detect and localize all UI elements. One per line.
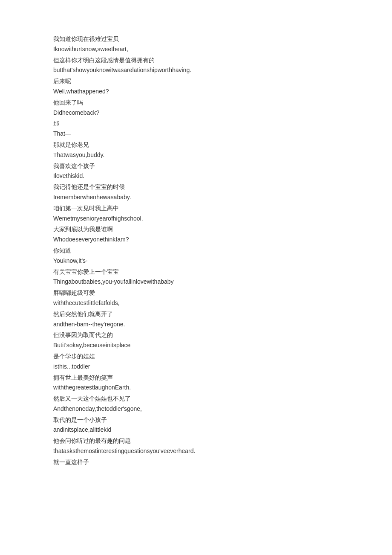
- line-pair: 但这样你才明白这段感情是值得拥有的butthat'showyouknowitwa…: [53, 55, 339, 76]
- english-line: Thingaboutbabies,you-youfallinlovewithab…: [53, 277, 339, 287]
- line-pair: 那就是你老兄Thatwasyou,buddy.: [53, 140, 339, 160]
- line-pair: 但没事因为取而代之的Butit'sokay,becauseinitsplace: [53, 330, 339, 351]
- line-pair: 后来呢Well,whathappened?: [53, 76, 339, 97]
- english-line: Wemetmysenioryearofhighschool.: [53, 214, 339, 224]
- line-pair: 胖嘟嘟超级可爱withthecutestlittlefatfolds,: [53, 288, 339, 308]
- line-pair: 我知道你现在很难过宝贝Iknowithurtsnow,sweetheart,: [53, 34, 339, 55]
- english-line: Well,whathappened?: [53, 87, 339, 97]
- chinese-line: 后来呢: [53, 76, 339, 87]
- chinese-line: 大家到底以为我是谁啊: [53, 224, 339, 235]
- line-pair: 拥有世上最美好的笑声withthegreatestlaughonEarth.: [53, 373, 339, 393]
- line-pair: 然后又一天这个娃娃也不见了Andthenoneday,thetoddler'sg…: [53, 394, 339, 414]
- line-pair: 然后突然他们就离开了andthen-bam--they'regone.: [53, 309, 339, 330]
- line-pair: 他会问你听过的最有趣的问题thatasksthemostinterestingq…: [53, 436, 339, 456]
- english-line: butthat'showyouknowitwasarelationshipwor…: [53, 65, 339, 76]
- english-line: Andthenoneday,thetoddler'sgone,: [53, 404, 339, 414]
- content-container: 我知道你现在很难过宝贝Iknowithurtsnow,sweetheart,但这…: [53, 34, 339, 468]
- english-line: thatasksthemostinterestingquestionsyou'v…: [53, 446, 339, 456]
- english-line: Youknow,it's-: [53, 256, 339, 266]
- english-line: andinitsplace,alittlekid: [53, 425, 339, 435]
- chinese-line: 那: [53, 119, 339, 129]
- line-pair: 有关宝宝你爱上一个宝宝Thingaboutbabies,you-youfalli…: [53, 267, 339, 288]
- chinese-line: 但没事因为取而代之的: [53, 330, 339, 340]
- chinese-line: 咱们第一次见时我上高中: [53, 203, 339, 214]
- english-line: Butit'sokay,becauseinitsplace: [53, 340, 339, 351]
- chinese-line: 我喜欢这个孩子: [53, 161, 339, 171]
- chinese-line: 但这样你才明白这段感情是值得拥有的: [53, 55, 339, 66]
- english-line: WhodoeseveryonethinkIam?: [53, 235, 339, 245]
- chinese-line: 然后又一天这个娃娃也不见了: [53, 394, 339, 404]
- chinese-line: 胖嘟嘟超级可爱: [53, 288, 339, 298]
- line-pair: 我喜欢这个孩子Ilovethiskid.: [53, 161, 339, 182]
- english-line: Didhecomeback?: [53, 108, 339, 118]
- line-pair: 取代的是一个小孩子andinitsplace,alittlekid: [53, 415, 339, 436]
- chinese-line: 取代的是一个小孩子: [53, 415, 339, 425]
- chinese-line: 你知道: [53, 246, 339, 256]
- line-pair: 你知道Youknow,it's-: [53, 246, 339, 266]
- chinese-line: 他会问你听过的最有趣的问题: [53, 436, 339, 446]
- line-pair: 咱们第一次见时我上高中Wemetmysenioryearofhighschool…: [53, 203, 339, 224]
- chinese-line: 然后突然他们就离开了: [53, 309, 339, 320]
- english-line: Ilovethiskid.: [53, 171, 339, 181]
- english-line: andthen-bam--they'regone.: [53, 320, 339, 330]
- english-line: Iknowithurtsnow,sweetheart,: [53, 44, 339, 55]
- line-pair: 那That—: [53, 119, 339, 139]
- english-line: Thatwasyou,buddy.: [53, 150, 339, 160]
- chinese-line: 那就是你老兄: [53, 140, 339, 150]
- chinese-line: 拥有世上最美好的笑声: [53, 373, 339, 383]
- chinese-line: 是个学步的娃娃: [53, 352, 339, 362]
- line-pair: 我记得他还是个宝宝的时候Irememberwhenhewasababy.: [53, 182, 339, 203]
- chinese-line: 我记得他还是个宝宝的时候: [53, 182, 339, 192]
- line-pair: 他回来了吗Didhecomeback?: [53, 98, 339, 118]
- chinese-line: 有关宝宝你爱上一个宝宝: [53, 267, 339, 277]
- chinese-line: 就一直这样子: [53, 457, 339, 468]
- chinese-line: 他回来了吗: [53, 98, 339, 108]
- english-line: withthecutestlittlefatfolds,: [53, 298, 339, 308]
- line-pair: 是个学步的娃娃isthis...toddler: [53, 352, 339, 372]
- line-pair: 大家到底以为我是谁啊WhodoeseveryonethinkIam?: [53, 224, 339, 245]
- english-line: withthegreatestlaughonEarth.: [53, 383, 339, 393]
- line-pair: 就一直这样子: [53, 457, 339, 468]
- english-line: That—: [53, 129, 339, 139]
- chinese-line: 我知道你现在很难过宝贝: [53, 34, 339, 44]
- english-line: isthis...toddler: [53, 362, 339, 372]
- english-line: Irememberwhenhewasababy.: [53, 192, 339, 203]
